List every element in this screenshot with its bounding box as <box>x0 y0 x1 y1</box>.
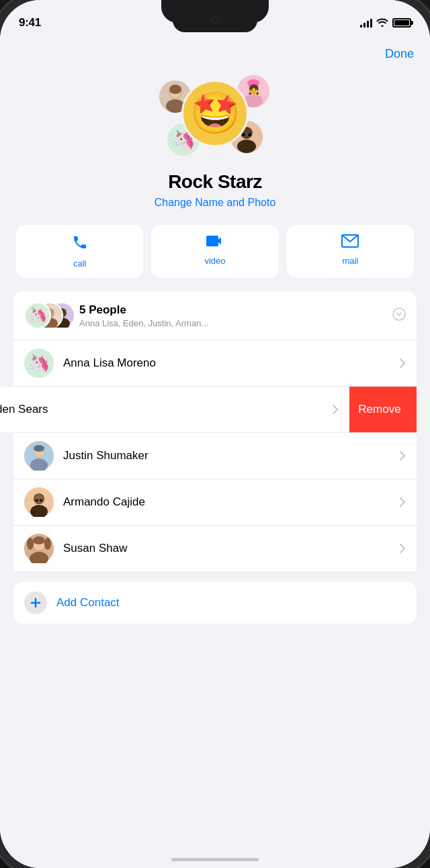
video-label: video <box>204 256 225 266</box>
svg-point-4 <box>169 85 181 94</box>
svg-point-31 <box>34 445 44 452</box>
chevron-susan <box>399 543 406 554</box>
chevron-anna <box>399 358 406 369</box>
video-button[interactable]: video <box>151 225 278 278</box>
members-card: 🦄 <box>13 291 417 571</box>
members-count: 5 People <box>79 303 384 317</box>
svg-text:🕶️: 🕶️ <box>34 495 44 505</box>
video-icon <box>206 234 224 252</box>
member-item-anna[interactable]: 🦄 Anna Lisa Moreno <box>13 340 417 387</box>
chevron-eden <box>332 404 339 415</box>
svg-point-21 <box>393 308 405 320</box>
call-label: call <box>73 258 87 269</box>
avatar-armando: 🕶️ <box>24 487 54 517</box>
avatar-main: 🤩 <box>181 80 249 147</box>
members-names: Anna Lisa, Eden, Justin, Arman... <box>79 318 384 328</box>
add-contact-row[interactable]: Add Contact <box>13 582 417 624</box>
name-anna: Anna Lisa Moreno <box>63 356 399 370</box>
change-name-link[interactable]: Change Name and Photo <box>155 197 276 209</box>
chevron-armando <box>399 497 406 508</box>
svg-point-41 <box>33 536 45 544</box>
call-button[interactable]: call <box>16 225 143 278</box>
expand-chevron <box>392 307 406 324</box>
dynamic-island <box>173 8 257 32</box>
wifi-icon <box>376 17 388 29</box>
home-indicator <box>171 858 259 861</box>
battery-icon <box>392 18 411 28</box>
name-armando: Armando Cajide <box>63 495 399 509</box>
stack-avatar-1: 🦄 <box>24 302 51 329</box>
member-avatars-stack: 🦄 <box>24 301 71 330</box>
swipe-container-eden: Remove den Sears <box>13 387 417 433</box>
remove-button[interactable]: Remove <box>343 387 417 432</box>
status-time: 9:41 <box>19 16 41 30</box>
members-header-row[interactable]: 🦄 <box>13 291 417 340</box>
add-contact-label: Add Contact <box>56 596 120 610</box>
signal-icon <box>360 18 372 28</box>
group-header: 👧 🤩 🦄 🕶️ <box>0 66 430 225</box>
mail-label: mail <box>342 256 358 266</box>
member-item-eden[interactable]: den Sears <box>0 387 349 432</box>
status-icons <box>360 17 411 29</box>
phone-frame: 9:41 Done <box>0 0 430 868</box>
svg-point-43 <box>44 538 51 550</box>
avatar-justin <box>24 441 54 471</box>
member-item-susan[interactable]: Susan Shaw <box>13 526 417 571</box>
name-justin: Justin Shumaker <box>63 449 399 463</box>
avatar-cluster: 👧 🤩 🦄 🕶️ <box>155 73 275 160</box>
member-item-armando[interactable]: 🕶️ Armando Cajide <box>13 479 417 526</box>
action-row: call video <box>13 225 417 278</box>
name-eden: den Sears <box>0 403 332 416</box>
mail-button[interactable]: mail <box>287 225 414 278</box>
member-item-justin[interactable]: Justin Shumaker <box>13 433 417 479</box>
add-icon <box>24 591 47 614</box>
avatar-anna: 🦄 <box>24 348 54 378</box>
svg-point-12 <box>237 140 256 153</box>
svg-point-42 <box>27 538 34 550</box>
group-name: Rock Starz <box>168 171 262 193</box>
svg-text:👧: 👧 <box>248 84 260 95</box>
avatar-susan <box>24 534 54 563</box>
mail-icon <box>341 234 359 252</box>
name-susan: Susan Shaw <box>63 542 399 555</box>
header-bar: Done <box>0 36 430 66</box>
chevron-justin <box>399 450 406 461</box>
main-content: Done <box>0 36 430 868</box>
done-button[interactable]: Done <box>385 47 414 61</box>
call-icon <box>72 234 88 254</box>
members-info: 5 People Anna Lisa, Eden, Justin, Arman.… <box>79 303 384 328</box>
